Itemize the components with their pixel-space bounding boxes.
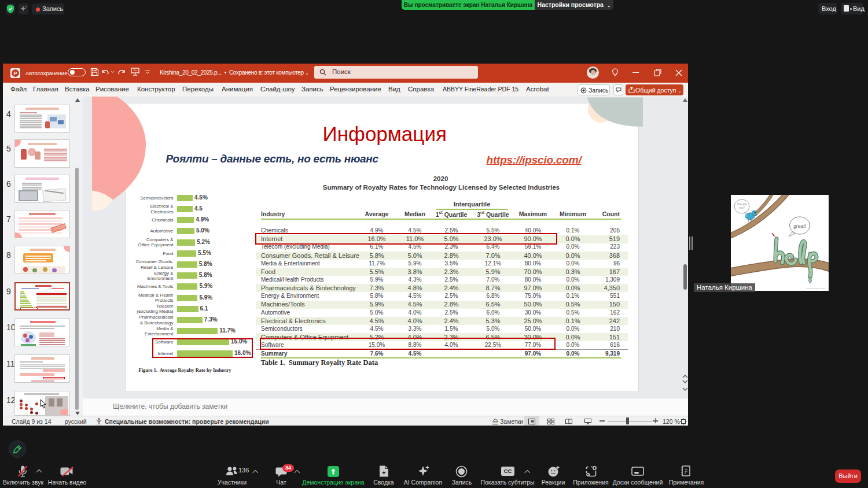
svg-text:thesnakesaid.com: thesnakesaid.com <box>806 287 825 290</box>
svg-text:how are: how are <box>737 203 747 206</box>
svg-text:P: P <box>13 71 17 76</box>
svg-text:you?: you? <box>739 206 745 209</box>
svg-text:great!: great! <box>793 223 806 229</box>
